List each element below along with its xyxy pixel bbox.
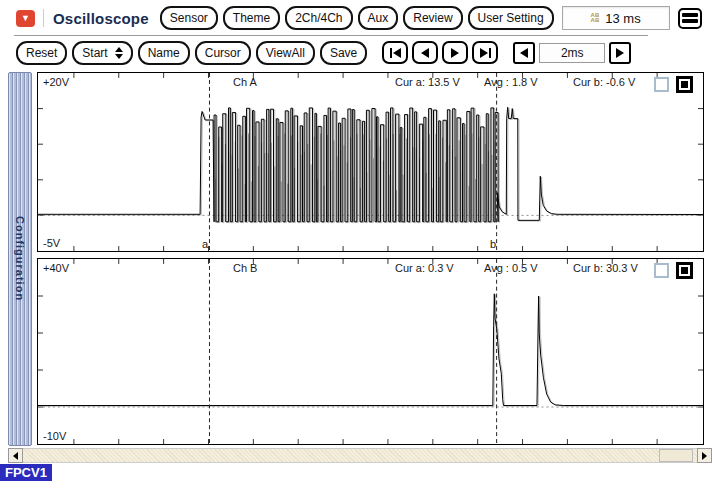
- cursor-a-label: a: [196, 238, 208, 250]
- step-back-icon: [421, 48, 429, 58]
- aux-button[interactable]: Aux: [358, 6, 399, 30]
- reset-button[interactable]: Reset: [16, 41, 67, 65]
- start-button[interactable]: Start: [72, 41, 132, 65]
- channel-b-canvas[interactable]: [38, 259, 703, 444]
- save-button[interactable]: Save: [320, 41, 367, 65]
- configuration-panel-handle[interactable]: Configuration: [8, 72, 32, 446]
- cursor-button[interactable]: Cursor: [195, 41, 251, 65]
- page-title: Oscilloscope: [53, 10, 149, 27]
- channel-a-plot: +20V -5V Ch A Cur a: 13.5 V Avg : 1.8 V …: [37, 72, 704, 252]
- sensor-button[interactable]: Sensor: [160, 6, 218, 30]
- right-triangle-icon: [616, 48, 624, 58]
- down-triangle-icon: ▼: [21, 14, 30, 23]
- channel-b-checkbox-unchecked[interactable]: [654, 263, 669, 278]
- channel-a-checkbox-checked[interactable]: [676, 76, 693, 93]
- ab-cursor-icon: AB AB: [591, 13, 600, 23]
- channel-a-checkbox-unchecked[interactable]: [654, 77, 669, 92]
- skip-end-button[interactable]: [472, 41, 498, 64]
- workspace: Configuration +20V -5V Ch A Cur a: 13.5 …: [0, 70, 712, 448]
- channel-b-cursor-b-readout: Cur b: 30.3 V: [573, 262, 638, 274]
- user-setting-button[interactable]: User Setting: [468, 6, 554, 30]
- toolbar-row-1: ▼ Oscilloscope Sensor Theme 2Ch/4Ch Aux …: [0, 0, 712, 36]
- channel-b-top-voltage-label: +40V: [43, 262, 69, 274]
- theme-button[interactable]: Theme: [223, 6, 280, 30]
- timebase-group: 2ms: [513, 42, 631, 64]
- name-button[interactable]: Name: [138, 41, 190, 65]
- channel-a-avg-readout: Avg : 1.8 V: [484, 76, 538, 88]
- start-stepper-icon: [115, 47, 123, 59]
- channel-b-checkbox-checked[interactable]: [676, 262, 693, 279]
- cursor-b-label: b: [484, 238, 496, 250]
- cursor-time-display: AB AB 13 ms: [562, 6, 670, 30]
- app-menu-icon[interactable]: ▼: [16, 10, 35, 27]
- channel-a-bottom-voltage-label: -5V: [43, 237, 60, 249]
- scroll-right-button[interactable]: [697, 448, 712, 463]
- channel-a-cursor-a-readout: Cur a: 13.5 V: [395, 76, 460, 88]
- toolbar-separator: [14, 35, 648, 36]
- step-forward-icon: [451, 48, 459, 58]
- step-back-button[interactable]: [412, 41, 438, 64]
- cursor-time-value: 13 ms: [605, 11, 640, 26]
- channel-a-name-label: Ch A: [233, 76, 257, 88]
- review-button[interactable]: Review: [403, 6, 462, 30]
- scrollbar-track[interactable]: [23, 448, 697, 463]
- horizontal-scrollbar: [8, 448, 712, 463]
- channel-b-avg-readout: Avg : 0.5 V: [484, 262, 538, 274]
- menu-icon: [682, 13, 698, 17]
- skip-start-button[interactable]: [382, 41, 408, 64]
- timebase-decrease-button[interactable]: [513, 42, 535, 64]
- left-triangle-icon: [520, 48, 528, 58]
- channel-a-canvas[interactable]: [38, 73, 703, 251]
- checkbox-fill-icon: [681, 81, 688, 88]
- left-triangle-icon: [13, 452, 18, 460]
- checkbox-fill-icon: [681, 267, 688, 274]
- menu-button[interactable]: [678, 8, 702, 29]
- oscilloscope-app: ▼ Oscilloscope Sensor Theme 2Ch/4Ch Aux …: [0, 0, 712, 490]
- toolbar-row-2: Reset Start Name Cursor ViewAll Save 2ms: [0, 37, 712, 68]
- skip-start-icon: [390, 48, 392, 58]
- view-all-button[interactable]: ViewAll: [256, 41, 315, 65]
- channel-b-plot: +40V -10V Ch B Cur a: 0.3 V Avg : 0.5 V …: [37, 258, 704, 445]
- menu-icon: [682, 19, 698, 23]
- channel-mode-button[interactable]: 2Ch/4Ch: [285, 6, 352, 30]
- right-triangle-icon: [702, 452, 707, 460]
- down-triangle-icon: [115, 54, 123, 59]
- channel-b-cursor-a-readout: Cur a: 0.3 V: [395, 262, 454, 274]
- scroll-left-button[interactable]: [8, 448, 23, 463]
- playback-group: [382, 41, 498, 64]
- timebase-increase-button[interactable]: [609, 42, 631, 64]
- skip-end-icon: [480, 48, 488, 58]
- channel-b-name-label: Ch B: [233, 262, 257, 274]
- title-separator: [43, 9, 44, 27]
- configuration-label: Configuration: [14, 216, 26, 301]
- tab-fpcv1[interactable]: FPCV1: [0, 464, 52, 481]
- timebase-value: 2ms: [539, 43, 605, 63]
- channel-a-top-voltage-label: +20V: [43, 76, 69, 88]
- scrollbar-thumb[interactable]: [659, 449, 693, 462]
- up-triangle-icon: [115, 47, 123, 52]
- channel-a-cursor-b-readout: Cur b: -0.6 V: [573, 76, 635, 88]
- step-forward-button[interactable]: [442, 41, 468, 64]
- channel-b-bottom-voltage-label: -10V: [43, 430, 66, 442]
